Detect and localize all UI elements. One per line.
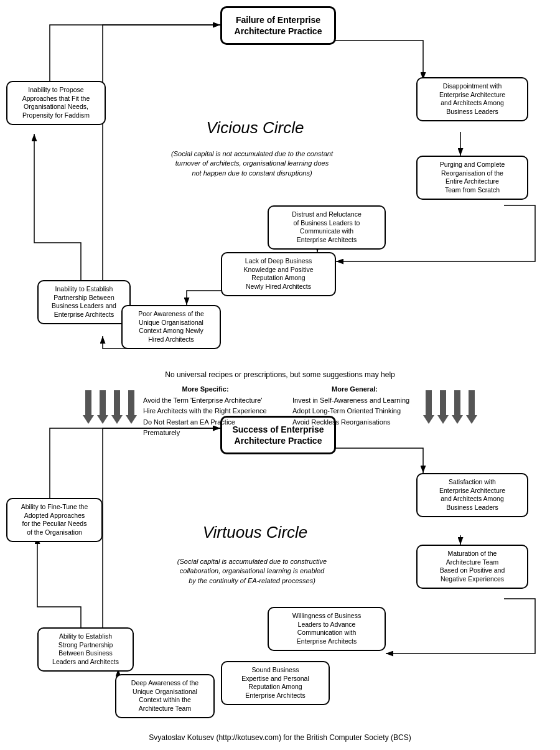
down-arrow-3 — [111, 390, 123, 424]
down-arrow-8 — [466, 390, 477, 424]
inability-establish-node: Inability to Establish Partnership Betwe… — [37, 280, 131, 324]
down-arrow-4 — [126, 390, 137, 424]
poor-awareness-node: Poor Awareness of the Unique Organisatio… — [121, 305, 221, 349]
no-recipes-text: No universal recipes or prescriptions, b… — [0, 370, 560, 379]
vicious-circle-sublabel: (Social capital is not accumulated due t… — [112, 149, 392, 178]
ability-establish-node: Ability to Establish Strong Partnership … — [37, 627, 134, 672]
virtuous-circle-sublabel: (Social capital is accumulated due to co… — [100, 557, 404, 586]
down-arrow-6 — [437, 390, 449, 424]
down-arrow-5 — [423, 390, 434, 424]
ability-finetune-node: Ability to Fine-Tune the Adopted Approac… — [6, 498, 103, 542]
willingness-node: Willingness of Business Leaders to Advan… — [268, 607, 386, 651]
purging-node: Purging and Complete Reorganisation of t… — [416, 156, 528, 200]
failure-node: Failure of Enterprise Architecture Pract… — [220, 6, 336, 45]
down-arrow-7 — [452, 390, 463, 424]
deep-awareness-node: Deep Awareness of the Unique Organisatio… — [115, 674, 215, 718]
sound-business-node: Sound Business Expertise and Personal Re… — [221, 661, 330, 705]
disappointment-node: Disappointment with Enterprise Architect… — [416, 77, 528, 121]
more-specific-col: More Specific: Avoid the Term 'Enterpris… — [143, 384, 268, 439]
satisfaction-node: Satisfaction with Enterprise Architectur… — [416, 473, 528, 517]
lack-knowledge-node: Lack of Deep Business Knowledge and Posi… — [221, 252, 336, 296]
footer-text: Svyatoslav Kotusev (http://kotusev.com) … — [0, 733, 560, 742]
distrust-node: Distrust and Reluctance of Business Lead… — [268, 205, 386, 250]
more-general-col: More General: Invest in Self-Awareness a… — [292, 384, 417, 439]
virtuous-circle-label: Virtuous Circle — [124, 523, 386, 542]
maturation-node: Maturation of the Architecture Team Base… — [416, 545, 528, 589]
down-arrow-1 — [83, 390, 94, 424]
inability-propose-node: Inability to Propose Approaches that Fit… — [6, 81, 106, 125]
down-arrow-2 — [97, 390, 108, 424]
vicious-circle-label: Vicious Circle — [124, 118, 386, 138]
